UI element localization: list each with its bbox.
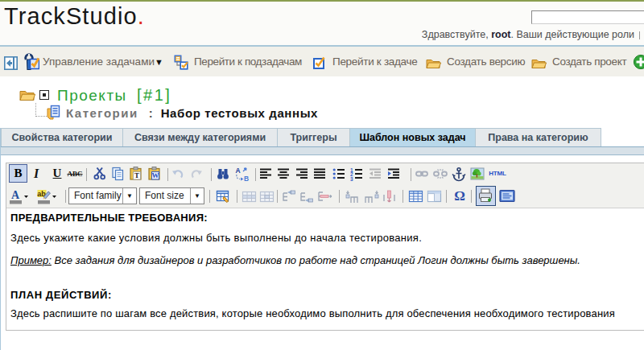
svg-text:B: B bbox=[244, 175, 249, 182]
svg-text:3: 3 bbox=[350, 176, 353, 182]
svg-text:A: A bbox=[236, 167, 241, 175]
svg-text:T: T bbox=[134, 171, 139, 179]
svg-text:A: A bbox=[11, 189, 20, 201]
svg-text:W: W bbox=[152, 171, 159, 179]
